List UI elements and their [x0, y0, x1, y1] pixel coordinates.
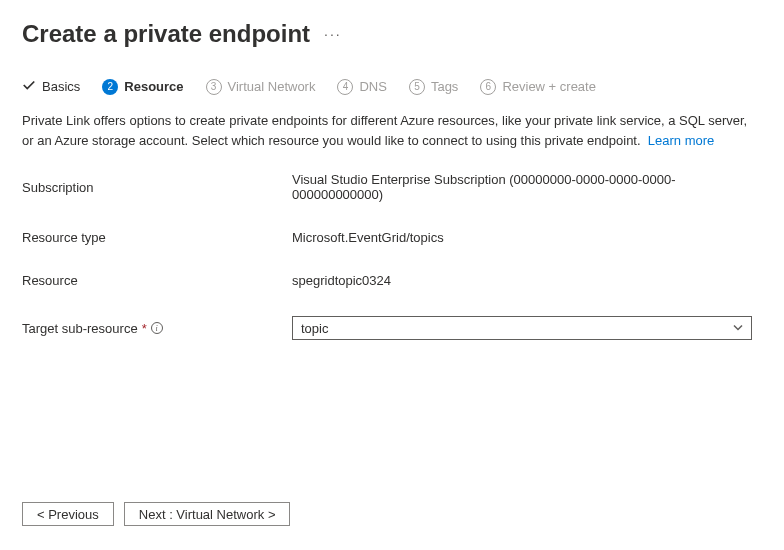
page-title: Create a private endpoint	[22, 20, 310, 48]
field-label: Resource type	[22, 230, 292, 245]
tab-tags[interactable]: 5 Tags	[409, 79, 458, 95]
tab-label: Resource	[124, 79, 183, 94]
wizard-tabs: Basics 2 Resource 3 Virtual Network 4 DN…	[22, 78, 762, 95]
target-sub-resource-select-wrap: topic	[292, 316, 752, 340]
tab-label: Virtual Network	[228, 79, 316, 94]
field-label: Target sub-resource * i	[22, 321, 292, 336]
next-button[interactable]: Next : Virtual Network >	[124, 502, 291, 526]
field-value: spegridtopic0324	[292, 273, 762, 288]
field-resource: Resource spegridtopic0324	[22, 273, 762, 288]
field-label-text: Target sub-resource	[22, 321, 138, 336]
check-icon	[22, 78, 36, 95]
info-icon[interactable]: i	[151, 322, 163, 334]
select-value: topic	[301, 321, 328, 336]
tab-virtual-network[interactable]: 3 Virtual Network	[206, 79, 316, 95]
tab-label: Tags	[431, 79, 458, 94]
tab-label: DNS	[359, 79, 386, 94]
tab-review-create[interactable]: 6 Review + create	[480, 79, 596, 95]
chevron-down-icon	[733, 321, 743, 336]
step-number-icon: 4	[337, 79, 353, 95]
description-text: Private Link offers options to create pr…	[22, 111, 762, 150]
field-subscription: Subscription Visual Studio Enterprise Su…	[22, 172, 762, 202]
target-sub-resource-select[interactable]: topic	[292, 316, 752, 340]
tab-label: Basics	[42, 79, 80, 94]
tab-basics[interactable]: Basics	[22, 78, 80, 95]
description-body: Private Link offers options to create pr…	[22, 113, 747, 148]
field-resource-type: Resource type Microsoft.EventGrid/topics	[22, 230, 762, 245]
required-indicator: *	[142, 321, 147, 336]
field-target-sub-resource: Target sub-resource * i topic	[22, 316, 762, 340]
step-number-icon: 5	[409, 79, 425, 95]
field-label: Resource	[22, 273, 292, 288]
step-number-icon: 2	[102, 79, 118, 95]
step-number-icon: 3	[206, 79, 222, 95]
tab-resource[interactable]: 2 Resource	[102, 79, 183, 95]
tab-label: Review + create	[502, 79, 596, 94]
field-value: Microsoft.EventGrid/topics	[292, 230, 762, 245]
field-value: Visual Studio Enterprise Subscription (0…	[292, 172, 762, 202]
field-label: Subscription	[22, 180, 292, 195]
previous-button[interactable]: < Previous	[22, 502, 114, 526]
learn-more-link[interactable]: Learn more	[648, 133, 714, 148]
step-number-icon: 6	[480, 79, 496, 95]
more-actions-icon[interactable]: ···	[324, 26, 342, 42]
wizard-footer: < Previous Next : Virtual Network >	[22, 502, 290, 526]
tab-dns[interactable]: 4 DNS	[337, 79, 386, 95]
